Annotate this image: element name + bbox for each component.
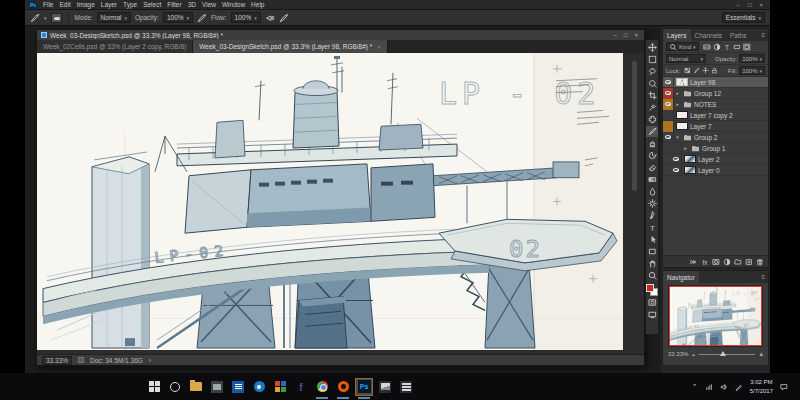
shape-filter-icon[interactable] (733, 43, 741, 51)
panel-menu-icon[interactable]: ≡ (761, 32, 768, 38)
layer-thumbnail[interactable] (676, 111, 688, 119)
blur-tool[interactable] (646, 186, 658, 197)
canvas-scrollbar[interactable] (632, 61, 637, 191)
slider-handle[interactable] (720, 351, 726, 356)
layer-thumbnail[interactable] (676, 122, 688, 130)
app-minimize-button[interactable]: – (737, 2, 740, 8)
link-layers-icon[interactable] (690, 258, 698, 266)
speaker-icon[interactable] (720, 383, 728, 391)
taskbar-start[interactable] (146, 379, 162, 395)
pen-tool[interactable] (646, 210, 658, 221)
eyedropper-tool[interactable] (646, 102, 658, 113)
taskbar-grid-app[interactable] (272, 379, 288, 395)
menu-help[interactable]: Help (251, 1, 264, 8)
navigator-zoom-slider[interactable] (699, 354, 756, 355)
marquee-tool[interactable] (646, 54, 658, 65)
type-filter-icon[interactable]: T (723, 43, 731, 51)
layer-thumbnail[interactable] (684, 166, 696, 174)
flow-select[interactable]: 100%▾ (231, 12, 261, 23)
tab-layers[interactable]: Layers (663, 29, 691, 41)
blend-mode-select[interactable]: Normal▾ (666, 54, 706, 63)
visibility-eye-toggle[interactable] (663, 110, 674, 121)
doc-minimize-button[interactable]: – (614, 32, 617, 38)
taskbar-clock[interactable]: 3:02 PM 5/7/2017 (750, 378, 773, 394)
taskbar-chrome[interactable] (314, 379, 330, 395)
shape-tool[interactable] (646, 246, 658, 257)
path-select-tool[interactable] (646, 234, 658, 245)
tab-week02[interactable]: Week_02Cells.psd @ 33% (Layer 2 copy, RG… (37, 40, 193, 53)
zoom-tool[interactable] (646, 270, 658, 281)
visibility-eye-toggle[interactable] (671, 165, 682, 176)
taskbar-film-app[interactable] (398, 379, 414, 395)
tray-expand-icon[interactable]: ⌃ (692, 383, 698, 391)
visibility-eye-toggle[interactable] (663, 121, 674, 132)
layer-row-layer2[interactable]: Layer 2 (663, 154, 768, 165)
pen-icon[interactable] (735, 383, 743, 391)
expand-triangle-icon[interactable]: ▸ (674, 90, 681, 96)
expand-triangle-icon[interactable]: ▸ (674, 101, 681, 107)
quick-mask-tool[interactable] (646, 297, 658, 308)
workspace-select[interactable]: Essentials▾ (722, 12, 765, 23)
navigator-thumbnail[interactable]: LP - 02 (669, 286, 762, 346)
taskbar-search[interactable] (167, 379, 183, 395)
pixel-filter-icon[interactable] (703, 43, 711, 51)
menu-filter[interactable]: Filter (167, 1, 181, 8)
layer-thumbnail[interactable] (676, 78, 688, 86)
layer-style-fx-icon[interactable]: fx (701, 258, 709, 266)
taskbar-image-app[interactable] (209, 379, 225, 395)
type-tool[interactable]: T (646, 222, 658, 233)
dodge-tool[interactable] (646, 198, 658, 209)
eraser-tool[interactable] (646, 162, 658, 173)
color-swatches[interactable] (646, 284, 658, 296)
menu-file[interactable]: File (43, 1, 53, 8)
add-mask-icon[interactable] (712, 258, 720, 266)
document-titlebar[interactable]: Week_03-DesignSketch.psd @ 33.3% (Layer … (37, 30, 644, 40)
new-layer-icon[interactable] (745, 258, 753, 266)
clone-stamp-tool[interactable] (646, 138, 658, 149)
canvas[interactable]: LP - 02 (37, 53, 623, 350)
visibility-eye-toggle[interactable] (663, 99, 674, 110)
navigator-zoom-value[interactable]: 33.33% (668, 351, 688, 357)
visibility-eye-toggle[interactable] (663, 77, 674, 88)
layer-row-group1[interactable]: ▸ Group 1 (663, 143, 768, 154)
taskbar-photoshop[interactable]: Ps (356, 379, 372, 395)
foreground-color-swatch[interactable] (646, 284, 654, 292)
layer-row-layer7copy2[interactable]: Layer 7 copy 2 (663, 110, 768, 121)
layer-thumbnail[interactable] (684, 155, 696, 163)
taskbar-facebook[interactable]: f (293, 379, 309, 395)
panel-menu-icon[interactable]: ≡ (761, 274, 768, 280)
notification-center-icon[interactable] (780, 383, 788, 391)
brush-tool-icon[interactable] (30, 13, 40, 23)
visibility-eye-toggle[interactable] (671, 154, 682, 165)
gradient-tool[interactable] (646, 174, 658, 185)
tab-week03-active[interactable]: Week_03-DesignSketch.psd @ 33.3% (Layer … (193, 40, 388, 53)
tab-navigator[interactable]: Navigator (663, 271, 699, 283)
taskbar-blue-dot-app[interactable] (251, 379, 267, 395)
history-brush-tool[interactable] (646, 150, 658, 161)
menu-3d[interactable]: 3D (188, 1, 196, 8)
lock-pixels-icon[interactable] (693, 67, 700, 74)
pressure-size-icon[interactable] (279, 13, 289, 23)
layer-row-layer7[interactable]: Layer 7 (663, 121, 768, 132)
new-group-icon[interactable] (734, 258, 742, 266)
menu-select[interactable]: Select (143, 1, 161, 8)
zoom-in-icon[interactable]: ▴ (759, 350, 763, 358)
screen-mode-tool[interactable] (646, 309, 658, 320)
zoom-out-icon[interactable]: ▴ (692, 351, 695, 357)
doc-close-button[interactable]: × (634, 32, 638, 38)
layer-row-layer98[interactable]: Layer 98 (663, 77, 768, 88)
visibility-eye-toggle[interactable] (671, 143, 682, 154)
layer-row-notes[interactable]: ▸ NOTES (663, 99, 768, 110)
menu-window[interactable]: Window (222, 1, 245, 8)
doc-maximize-button[interactable]: □ (624, 32, 628, 38)
visibility-eye-toggle[interactable] (663, 88, 674, 99)
tab-paths[interactable]: Paths (726, 29, 751, 41)
taskbar-document-app[interactable] (230, 379, 246, 395)
opacity-select[interactable]: 100%▾ (163, 12, 193, 23)
layer-row-group12[interactable]: ▸ Group 12 (663, 88, 768, 99)
brush-tool[interactable] (646, 126, 658, 137)
visibility-eye-toggle[interactable] (663, 132, 674, 143)
collapse-triangle-icon[interactable]: ▾ (674, 134, 681, 140)
menu-view[interactable]: View (202, 1, 216, 8)
fill-select[interactable]: 100%▾ (739, 66, 765, 75)
